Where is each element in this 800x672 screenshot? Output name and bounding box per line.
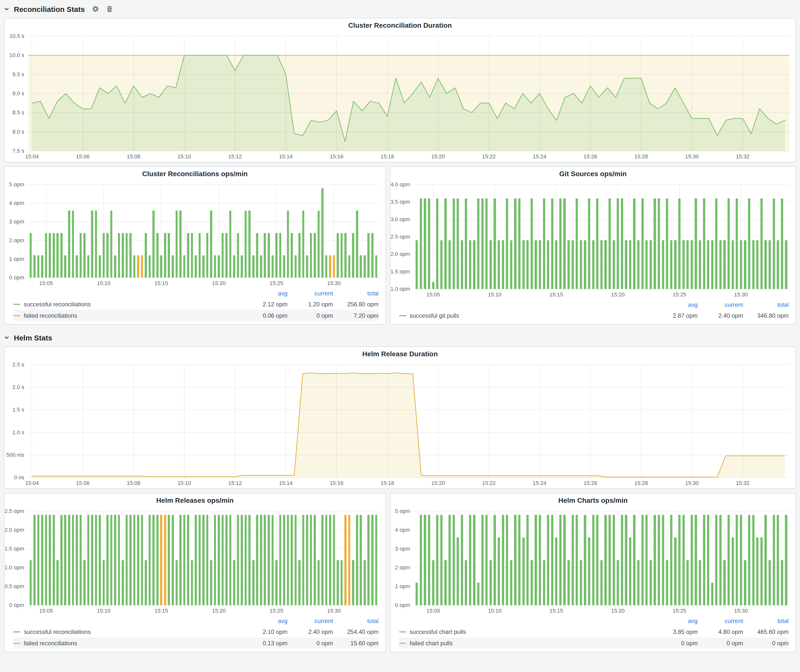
gear-icon[interactable]: [92, 5, 99, 12]
panel-helm-charts-ops: Helm Charts ops/min 0 opm1 opm2 opm3 opm…: [390, 493, 796, 652]
panel-helm-releases-ops: Helm Releases ops/min 0 opm0.5 opm1.0 op…: [4, 493, 386, 652]
svg-text:15:06: 15:06: [76, 154, 90, 160]
helm-release-duration-chart[interactable]: 0 ns500 ms1.0 s1.5 s2.0 s2.5 s15:0415:06…: [5, 361, 795, 488]
legend: avg current total successful reconciliat…: [5, 616, 386, 651]
legend: avg current total successful git pulls 2…: [390, 300, 795, 323]
svg-text:15:14: 15:14: [279, 480, 293, 486]
svg-text:15:20: 15:20: [431, 154, 445, 160]
legend: avg current total successful reconciliat…: [5, 288, 386, 323]
svg-text:15:05: 15:05: [39, 608, 53, 614]
svg-text:15:05: 15:05: [39, 280, 53, 286]
svg-text:15:08: 15:08: [126, 154, 140, 160]
series-name[interactable]: successful chart pulls: [410, 628, 652, 635]
legend-col-current[interactable]: current: [698, 301, 743, 308]
legend-col-current[interactable]: current: [288, 290, 333, 297]
series-current: 2.40 opm: [698, 312, 743, 319]
helm-releases-ops-chart[interactable]: 0 opm0.5 opm1.0 opm1.5 opm2.0 opm2.5 opm…: [5, 507, 386, 616]
series-name[interactable]: failed reconciliations: [24, 312, 242, 319]
series-total: 465.60 opm: [743, 628, 789, 635]
legend-header: avg current total: [13, 616, 379, 626]
svg-text:15:05: 15:05: [426, 608, 440, 614]
svg-text:3.0 opm: 3.0 opm: [390, 216, 410, 222]
svg-text:15:20: 15:20: [431, 480, 445, 486]
series-total: 0 opm: [743, 640, 789, 646]
svg-text:15:14: 15:14: [279, 154, 293, 160]
panel-title[interactable]: Helm Release Duration: [5, 347, 795, 361]
panel-title[interactable]: Helm Charts ops/min: [390, 493, 795, 507]
svg-text:15:25: 15:25: [673, 291, 686, 298]
legend-col-total[interactable]: total: [743, 618, 789, 624]
svg-text:15:20: 15:20: [212, 608, 226, 614]
svg-text:15:10: 15:10: [178, 480, 191, 486]
svg-text:15:10: 15:10: [97, 608, 110, 614]
legend-row: failed chart pulls 0 opm 0 opm 0 opm: [399, 637, 789, 649]
svg-text:4 opm: 4 opm: [9, 200, 24, 206]
legend-col-current[interactable]: current: [288, 618, 333, 624]
svg-text:1.0 opm: 1.0 opm: [390, 286, 410, 292]
legend-col-total[interactable]: total: [333, 618, 379, 624]
svg-text:15:30: 15:30: [685, 154, 699, 160]
svg-text:15:30: 15:30: [327, 608, 341, 614]
svg-text:2 opm: 2 opm: [9, 237, 24, 243]
svg-text:15:32: 15:32: [736, 154, 750, 160]
svg-text:15:28: 15:28: [634, 154, 648, 160]
svg-text:15:25: 15:25: [270, 608, 283, 614]
svg-text:2.0 opm: 2.0 opm: [390, 251, 410, 257]
panel-title[interactable]: Cluster Reconciliation Duration: [5, 18, 795, 32]
panel-cluster-reconciliations-ops: Cluster Reconciliations ops/min 0 opm1 o…: [4, 166, 386, 325]
chevron-down-icon[interactable]: [4, 335, 10, 340]
cluster-reconciliation-duration-chart[interactable]: 7.5 s8.0 s8.5 s9.0 s9.5 s10.0 s10.5 s15:…: [5, 32, 795, 162]
svg-text:500 ms: 500 ms: [6, 452, 24, 458]
legend-col-avg[interactable]: avg: [652, 301, 698, 308]
series-total: 346.80 opm: [743, 312, 789, 319]
panel-git-sources-ops: Git Sources ops/min 1.0 opm1.5 opm2.0 op…: [390, 166, 796, 325]
svg-text:15:24: 15:24: [533, 154, 546, 160]
legend-row: successful reconciliations 2.10 opm 2.40…: [13, 626, 379, 637]
row-title[interactable]: Helm Stats: [14, 333, 52, 342]
legend-col-total[interactable]: total: [333, 290, 379, 297]
svg-text:15:22: 15:22: [482, 480, 496, 486]
legend-col-avg[interactable]: avg: [242, 290, 288, 297]
series-name[interactable]: successful git pulls: [410, 312, 652, 319]
legend-col-avg[interactable]: avg: [652, 618, 698, 624]
svg-text:15:16: 15:16: [330, 154, 343, 160]
svg-text:0 opm: 0 opm: [9, 602, 24, 608]
panel-title[interactable]: Helm Releases ops/min: [5, 493, 386, 507]
helm-charts-ops-chart[interactable]: 0 opm1 opm2 opm3 opm4 opm5 opm15:0515:10…: [390, 507, 795, 616]
legend-row: failed reconciliations 0.06 opm 0 opm 7.…: [13, 310, 379, 321]
panel-title[interactable]: Git Sources ops/min: [390, 167, 795, 181]
panel-title[interactable]: Cluster Reconciliations ops/min: [5, 167, 386, 181]
series-name[interactable]: failed reconciliations: [24, 640, 242, 646]
legend-col-current[interactable]: current: [698, 618, 743, 624]
svg-text:7.5 s: 7.5 s: [12, 148, 24, 154]
svg-text:2.0 s: 2.0 s: [12, 384, 24, 390]
row-header-reconciliation-stats[interactable]: Reconciliation Stats: [4, 2, 796, 16]
svg-text:2.5 opm: 2.5 opm: [5, 508, 24, 514]
series-total: 254.40 opm: [333, 628, 379, 635]
cluster-reconciliations-ops-chart[interactable]: 0 opm1 opm2 opm3 opm4 opm5 opm15:0515:10…: [5, 181, 386, 288]
svg-text:10.0 s: 10.0 s: [10, 52, 24, 58]
series-color-dash: [399, 631, 406, 632]
series-name[interactable]: failed chart pulls: [410, 640, 652, 646]
row-title[interactable]: Reconciliation Stats: [14, 5, 85, 13]
git-sources-ops-chart[interactable]: 1.0 opm1.5 opm2.0 opm2.5 opm3.0 opm3.5 o…: [390, 181, 795, 300]
series-avg: 0.13 opm: [242, 640, 288, 646]
svg-text:15:08: 15:08: [126, 480, 140, 486]
svg-text:0 opm: 0 opm: [9, 274, 24, 281]
svg-text:15:25: 15:25: [673, 608, 686, 614]
svg-text:8.0 s: 8.0 s: [12, 129, 24, 135]
svg-text:3 opm: 3 opm: [9, 218, 24, 225]
series-name[interactable]: successful reconciliations: [24, 628, 242, 635]
svg-text:0 ns: 0 ns: [14, 474, 24, 480]
series-name[interactable]: successful reconciliations: [24, 301, 242, 307]
svg-text:5 opm: 5 opm: [9, 181, 24, 187]
legend-col-total[interactable]: total: [743, 301, 789, 308]
series-avg: 2.12 opm: [242, 301, 288, 307]
svg-text:3.5 opm: 3.5 opm: [390, 199, 410, 205]
row-header-helm-stats[interactable]: Helm Stats: [4, 331, 796, 344]
series-current: 0 opm: [288, 312, 333, 319]
series-total: 7.20 opm: [333, 312, 379, 319]
trash-icon[interactable]: [107, 5, 113, 12]
legend-col-avg[interactable]: avg: [242, 618, 288, 624]
chevron-down-icon[interactable]: [4, 6, 10, 12]
